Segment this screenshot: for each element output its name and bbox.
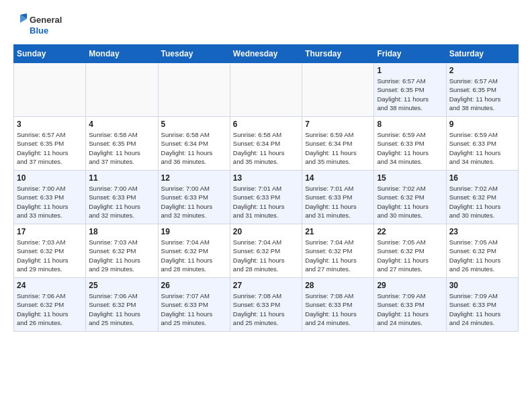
day-number: 16 xyxy=(449,173,515,183)
calendar-cell: 5Sunrise: 6:58 AM Sunset: 6:34 PM Daylig… xyxy=(158,117,230,171)
logo-container: General Blue xyxy=(13,13,62,38)
calendar-cell: 21Sunrise: 7:04 AM Sunset: 6:32 PM Dayli… xyxy=(302,224,374,278)
day-number: 15 xyxy=(377,173,443,183)
calendar-table: SundayMondayTuesdayWednesdayThursdayFrid… xyxy=(13,44,519,332)
day-info: Sunrise: 7:00 AM Sunset: 6:33 PM Dayligh… xyxy=(89,184,154,220)
calendar-cell: 12Sunrise: 7:00 AM Sunset: 6:33 PM Dayli… xyxy=(158,171,230,224)
day-number: 6 xyxy=(233,120,299,129)
calendar-cell: 11Sunrise: 7:00 AM Sunset: 6:33 PM Dayli… xyxy=(86,171,158,224)
day-number: 29 xyxy=(377,281,443,290)
calendar-cell xyxy=(302,63,374,117)
day-info: Sunrise: 7:06 AM Sunset: 6:32 PM Dayligh… xyxy=(89,291,154,327)
day-number: 24 xyxy=(17,281,83,290)
calendar-week-5: 24Sunrise: 7:06 AM Sunset: 6:32 PM Dayli… xyxy=(14,278,519,332)
day-info: Sunrise: 6:59 AM Sunset: 6:33 PM Dayligh… xyxy=(449,130,515,166)
calendar-cell: 14Sunrise: 7:01 AM Sunset: 6:33 PM Dayli… xyxy=(302,171,374,224)
col-header-tuesday: Tuesday xyxy=(158,45,230,63)
calendar-cell: 16Sunrise: 7:02 AM Sunset: 6:32 PM Dayli… xyxy=(446,171,518,224)
calendar-cell: 19Sunrise: 7:04 AM Sunset: 6:32 PM Dayli… xyxy=(158,224,230,278)
day-info: Sunrise: 7:03 AM Sunset: 6:32 PM Dayligh… xyxy=(89,238,154,273)
day-number: 4 xyxy=(89,120,154,129)
day-number: 30 xyxy=(449,281,515,290)
calendar-cell: 17Sunrise: 7:03 AM Sunset: 6:32 PM Dayli… xyxy=(14,224,86,278)
day-number: 23 xyxy=(449,227,515,236)
calendar-cell: 22Sunrise: 7:05 AM Sunset: 6:32 PM Dayli… xyxy=(374,224,446,278)
day-number: 20 xyxy=(233,227,299,236)
calendar-cell: 26Sunrise: 7:07 AM Sunset: 6:33 PM Dayli… xyxy=(158,278,230,332)
calendar-cell: 18Sunrise: 7:03 AM Sunset: 6:32 PM Dayli… xyxy=(86,224,158,278)
col-header-saturday: Saturday xyxy=(446,45,518,63)
day-number: 25 xyxy=(89,281,154,290)
day-info: Sunrise: 7:07 AM Sunset: 6:33 PM Dayligh… xyxy=(161,291,227,327)
day-number: 7 xyxy=(305,120,371,129)
day-number: 9 xyxy=(449,120,515,129)
day-info: Sunrise: 6:59 AM Sunset: 6:33 PM Dayligh… xyxy=(377,130,443,166)
calendar-cell: 24Sunrise: 7:06 AM Sunset: 6:32 PM Dayli… xyxy=(14,278,86,332)
day-info: Sunrise: 7:02 AM Sunset: 6:32 PM Dayligh… xyxy=(377,184,443,220)
day-number: 12 xyxy=(161,173,227,183)
day-info: Sunrise: 7:01 AM Sunset: 6:33 PM Dayligh… xyxy=(233,184,299,220)
calendar-cell xyxy=(230,63,302,117)
calendar-cell: 13Sunrise: 7:01 AM Sunset: 6:33 PM Dayli… xyxy=(230,171,302,224)
day-info: Sunrise: 6:57 AM Sunset: 6:35 PM Dayligh… xyxy=(17,130,83,166)
logo-shape xyxy=(13,13,27,38)
col-header-sunday: Sunday xyxy=(14,45,86,63)
calendar-cell: 30Sunrise: 7:09 AM Sunset: 6:33 PM Dayli… xyxy=(446,278,518,332)
logo-general: General xyxy=(30,15,62,26)
col-header-thursday: Thursday xyxy=(302,45,374,63)
col-header-friday: Friday xyxy=(374,45,446,63)
day-info: Sunrise: 7:04 AM Sunset: 6:32 PM Dayligh… xyxy=(161,238,227,273)
day-info: Sunrise: 6:57 AM Sunset: 6:35 PM Dayligh… xyxy=(377,77,443,112)
calendar-cell: 25Sunrise: 7:06 AM Sunset: 6:32 PM Dayli… xyxy=(86,278,158,332)
day-number: 18 xyxy=(89,227,154,236)
day-info: Sunrise: 7:02 AM Sunset: 6:32 PM Dayligh… xyxy=(449,184,515,220)
calendar-cell: 23Sunrise: 7:05 AM Sunset: 6:32 PM Dayli… xyxy=(446,224,518,278)
day-number: 17 xyxy=(17,227,83,236)
calendar-cell xyxy=(158,63,230,117)
day-info: Sunrise: 7:06 AM Sunset: 6:32 PM Dayligh… xyxy=(17,291,83,327)
day-number: 14 xyxy=(305,173,371,183)
calendar-cell: 4Sunrise: 6:58 AM Sunset: 6:35 PM Daylig… xyxy=(86,117,158,171)
calendar-cell: 29Sunrise: 7:09 AM Sunset: 6:33 PM Dayli… xyxy=(374,278,446,332)
calendar-cell: 6Sunrise: 6:58 AM Sunset: 6:34 PM Daylig… xyxy=(230,117,302,171)
calendar-week-4: 17Sunrise: 7:03 AM Sunset: 6:32 PM Dayli… xyxy=(14,224,519,278)
calendar-week-3: 10Sunrise: 7:00 AM Sunset: 6:33 PM Dayli… xyxy=(14,171,519,224)
calendar-cell xyxy=(86,63,158,117)
day-number: 13 xyxy=(233,173,299,183)
day-info: Sunrise: 6:57 AM Sunset: 6:35 PM Dayligh… xyxy=(449,77,515,112)
calendar-cell: 9Sunrise: 6:59 AM Sunset: 6:33 PM Daylig… xyxy=(446,117,518,171)
day-number: 11 xyxy=(89,173,154,183)
day-info: Sunrise: 6:58 AM Sunset: 6:35 PM Dayligh… xyxy=(89,130,154,166)
day-info: Sunrise: 7:08 AM Sunset: 6:33 PM Dayligh… xyxy=(305,291,371,327)
day-number: 21 xyxy=(305,227,371,236)
day-info: Sunrise: 7:05 AM Sunset: 6:32 PM Dayligh… xyxy=(449,238,515,273)
day-info: Sunrise: 7:04 AM Sunset: 6:32 PM Dayligh… xyxy=(233,238,299,273)
calendar-cell: 1Sunrise: 6:57 AM Sunset: 6:35 PM Daylig… xyxy=(374,63,446,117)
day-number: 2 xyxy=(449,66,515,75)
day-number: 10 xyxy=(17,173,83,183)
day-info: Sunrise: 7:09 AM Sunset: 6:33 PM Dayligh… xyxy=(377,291,443,327)
day-number: 3 xyxy=(17,120,83,129)
calendar-cell: 28Sunrise: 7:08 AM Sunset: 6:33 PM Dayli… xyxy=(302,278,374,332)
logo: General Blue xyxy=(13,13,62,38)
calendar-cell: 20Sunrise: 7:04 AM Sunset: 6:32 PM Dayli… xyxy=(230,224,302,278)
col-header-wednesday: Wednesday xyxy=(230,45,302,63)
calendar-week-2: 3Sunrise: 6:57 AM Sunset: 6:35 PM Daylig… xyxy=(14,117,519,171)
calendar-cell: 7Sunrise: 6:59 AM Sunset: 6:34 PM Daylig… xyxy=(302,117,374,171)
day-number: 28 xyxy=(305,281,371,290)
day-info: Sunrise: 7:00 AM Sunset: 6:33 PM Dayligh… xyxy=(161,184,227,220)
day-number: 19 xyxy=(161,227,227,236)
day-info: Sunrise: 7:01 AM Sunset: 6:33 PM Dayligh… xyxy=(305,184,371,220)
day-info: Sunrise: 7:03 AM Sunset: 6:32 PM Dayligh… xyxy=(17,238,83,273)
day-info: Sunrise: 7:04 AM Sunset: 6:32 PM Dayligh… xyxy=(305,238,371,273)
day-number: 27 xyxy=(233,281,299,290)
day-info: Sunrise: 7:00 AM Sunset: 6:33 PM Dayligh… xyxy=(17,184,83,220)
day-number: 26 xyxy=(161,281,227,290)
day-info: Sunrise: 7:08 AM Sunset: 6:33 PM Dayligh… xyxy=(233,291,299,327)
day-number: 5 xyxy=(161,120,227,129)
logo-blue: Blue xyxy=(30,26,62,36)
col-header-monday: Monday xyxy=(86,45,158,63)
day-number: 1 xyxy=(377,66,443,75)
day-number: 22 xyxy=(377,227,443,236)
calendar-week-1: 1Sunrise: 6:57 AM Sunset: 6:35 PM Daylig… xyxy=(14,63,519,117)
